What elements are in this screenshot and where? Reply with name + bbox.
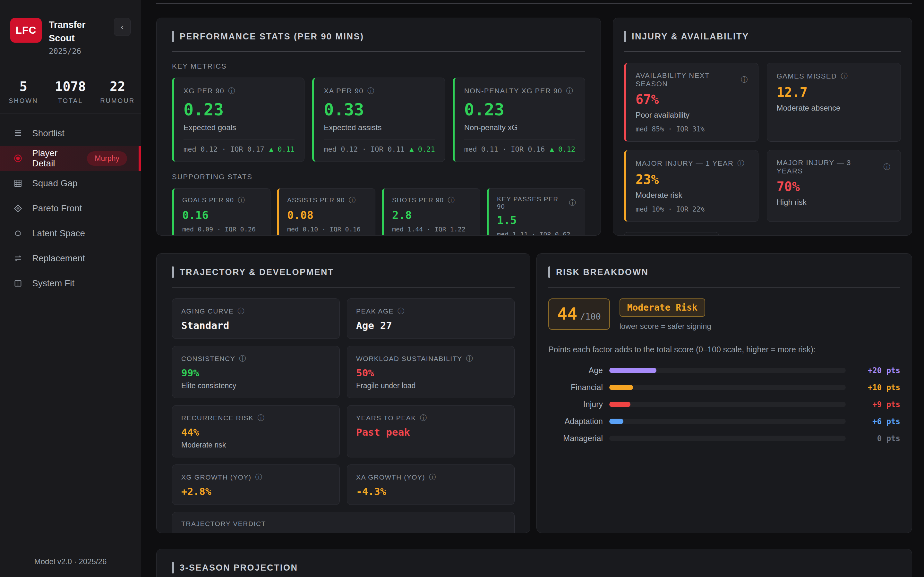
stat-rumour-label: RUMOUR [94, 97, 141, 105]
stat-shown-value: 5 [0, 79, 47, 94]
sidebar-item-system-fit[interactable]: System Fit [0, 271, 141, 296]
stat-total-value: 1078 [47, 79, 94, 94]
panel-title: 3-SEASON PROJECTION [180, 563, 298, 573]
metric-label: GAMES MISSED [777, 72, 837, 81]
info-icon[interactable]: ⓘ [569, 198, 577, 208]
info-icon[interactable]: ⓘ [349, 195, 357, 205]
sidebar-item-replacement[interactable]: Replacement [0, 246, 141, 271]
info-icon[interactable]: ⓘ [884, 162, 891, 172]
supporting-card-goals: GOALS PER 90ⓘ 0.16 med 0.09 · IQR 0.26 [172, 188, 270, 235]
supporting-card-key-passes: KEY PASSES PER 90ⓘ 1.5 med 1.11 · IQR 0.… [487, 188, 585, 235]
stat-rumour-value: 22 [94, 79, 141, 94]
sidebar-stats: 5 SHOWN 1078 TOTAL 22 RUMOUR [0, 70, 141, 114]
metric-label: ASSISTS PER 90 [287, 197, 345, 204]
info-icon[interactable]: ⓘ [258, 413, 265, 423]
stat-shown-label: SHOWN [0, 97, 47, 105]
sidebar-item-label: Replacement [32, 253, 85, 263]
trajectory-card-workload: WORKLOAD SUSTAINABILITYⓘ 50% Fragile und… [347, 346, 515, 398]
metric-value: +2.8% [181, 486, 330, 497]
show-injury-history-button[interactable]: › Show injury history [624, 232, 719, 235]
info-icon[interactable]: ⓘ [237, 306, 245, 316]
metric-med: med 1.11 · IQR 0.62 [497, 230, 577, 235]
metric-label: MAJOR INJURY — 1 YEAR [636, 159, 733, 168]
info-icon[interactable]: ⓘ [397, 306, 405, 316]
factor-points: 0 pts [852, 434, 900, 443]
metric-label: XG PER 90 [184, 87, 224, 95]
risk-row-managerial: Managerial 0 pts [548, 432, 900, 444]
supporting-card-shots: SHOTS PER 90ⓘ 2.8 med 1.44 · IQR 1.22 [382, 188, 480, 235]
metric-label: WORKLOAD SUSTAINABILITY [356, 355, 462, 363]
factor-label: Financial [548, 383, 603, 392]
info-icon[interactable]: ⓘ [737, 159, 745, 168]
risk-level-badge: Moderate Risk [620, 298, 705, 317]
metric-sub: Moderate absence [777, 103, 891, 113]
panel-divider [172, 51, 585, 52]
stat-total: 1078 TOTAL [47, 79, 94, 105]
info-icon[interactable]: ⓘ [228, 86, 236, 96]
panel-divider [172, 287, 515, 287]
sidebar-nav: Shortlist Player Detail Murphy Squad Gap… [0, 114, 141, 548]
factor-points: +10 pts [852, 383, 900, 392]
panel-accent-bar [548, 266, 550, 278]
risk-hint: lower score = safer signing [620, 322, 711, 331]
risk-factor-bars: Age +20 pts Financial +10 pts Injury +9 … [548, 364, 900, 444]
list-icon [13, 128, 23, 139]
info-icon[interactable]: ⓘ [255, 472, 263, 482]
metric-med: med 0.09 · IQR 0.26 [182, 226, 262, 233]
metric-med: med 0.11 · IQR 0.16 [464, 145, 545, 153]
metric-label: XA PER 90 [324, 87, 363, 95]
info-icon[interactable]: ⓘ [447, 195, 455, 205]
metric-value: 0.16 [182, 210, 262, 221]
metric-label: KEY PASSES PER 90 [497, 195, 565, 210]
risk-row-adaptation: Adaptation +6 pts [548, 416, 900, 427]
sidebar-item-pareto-front[interactable]: Pareto Front [0, 196, 141, 221]
metric-label: GOALS PER 90 [182, 197, 234, 204]
season-label: 2025/26 [49, 47, 107, 56]
metric-value: Past peak [356, 427, 505, 438]
factor-bar-track [609, 385, 846, 390]
sidebar-item-shortlist[interactable]: Shortlist [0, 121, 141, 146]
factor-bar-fill [609, 402, 630, 407]
metric-sub: Expected assists [324, 123, 435, 132]
metric-value: 12.7 [777, 85, 891, 99]
metric-delta: ▲ 0.12 [550, 145, 575, 153]
info-icon[interactable]: ⓘ [466, 354, 474, 364]
info-icon[interactable]: ⓘ [566, 86, 573, 96]
sidebar-item-label: Latent Space [32, 228, 85, 239]
info-icon[interactable]: ⓘ [238, 195, 246, 205]
info-icon[interactable]: ⓘ [429, 472, 437, 482]
info-icon[interactable]: ⓘ [367, 86, 375, 96]
model-version-label: Model v2.0 · 2025/26 [0, 548, 141, 577]
sidebar-item-label: Player Detail [32, 148, 78, 169]
metric-sub: High risk [777, 198, 891, 207]
sidebar-item-squad-gap[interactable]: Squad Gap [0, 171, 141, 196]
panel-accent-bar [624, 31, 626, 42]
injury-availability-panel: INJURY & AVAILABILITY AVAILABILITY NEXT … [613, 18, 912, 235]
risk-row-age: Age +20 pts [548, 364, 900, 376]
metric-value: -4.3% [356, 486, 505, 497]
panel-title: RISK BREAKDOWN [556, 268, 649, 277]
risk-explainer: Points each factor adds to the total sco… [548, 345, 900, 354]
metric-card-xa: XA PER 90ⓘ 0.33 Expected assists med 0.1… [312, 77, 445, 162]
panel-accent-bar [172, 266, 174, 278]
sidebar-item-latent-space[interactable]: Latent Space [0, 221, 141, 246]
metric-card-xg: XG PER 90ⓘ 0.23 Expected goals med 0.12 … [172, 77, 304, 162]
metric-sub: Poor availability [636, 111, 748, 119]
stat-rumour: 22 RUMOUR [94, 79, 141, 105]
sidebar: LFC Transfer Scout 2025/26 ‹ 5 SHOWN 107… [0, 0, 141, 577]
sidebar-header: LFC Transfer Scout 2025/26 ‹ [0, 0, 141, 70]
info-icon[interactable]: ⓘ [420, 413, 428, 423]
risk-score-box: 44 /100 [548, 298, 610, 330]
metric-value: Age 27 [356, 320, 505, 331]
sidebar-collapse-button[interactable]: ‹ [114, 18, 131, 36]
info-icon[interactable]: ⓘ [239, 354, 247, 364]
columns-icon [13, 278, 23, 288]
trajectory-card-xa-growth: XA GROWTH (YOY)ⓘ -4.3% [347, 464, 515, 505]
info-icon[interactable]: ⓘ [741, 75, 748, 85]
sidebar-item-player-detail[interactable]: Player Detail Murphy [0, 146, 141, 171]
info-icon[interactable]: ⓘ [841, 71, 848, 81]
sidebar-item-label: Shortlist [32, 128, 65, 139]
metric-label: RECURRENCE RISK [181, 414, 254, 422]
metric-value: 70% [777, 180, 891, 193]
panel-accent-bar [172, 562, 174, 574]
